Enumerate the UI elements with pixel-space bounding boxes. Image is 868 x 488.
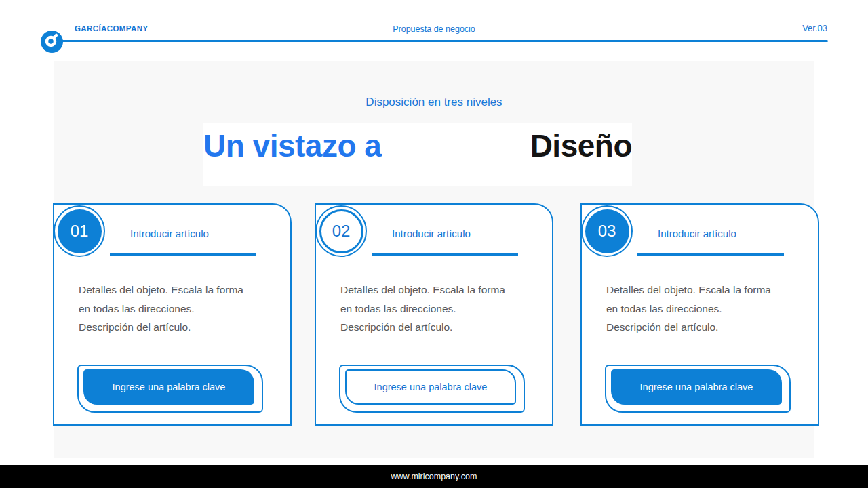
card-01-description: Detalles del objeto. Escala la forma en … xyxy=(79,281,282,337)
card-02-title: Introducir artículo xyxy=(392,228,471,239)
card-02-title-underline xyxy=(372,253,518,256)
card-02-number: 02 xyxy=(319,209,363,253)
card-03-description-line: Descripción del artículo. xyxy=(606,318,810,337)
header-divider-line xyxy=(60,40,828,42)
slide-title: Un vistazo a Diseño xyxy=(203,127,632,164)
card-03-number-badge: 03 xyxy=(581,205,633,257)
card-01-description-line: en todas las direcciones. xyxy=(79,300,282,319)
card-01-description-line: Detalles del objeto. Escala la forma xyxy=(79,281,282,300)
slide-title-primary: Un vistazo a xyxy=(203,127,381,164)
card-01-keyword-button-label: Ingrese una palabra clave xyxy=(83,369,254,405)
card-01-number: 01 xyxy=(58,209,102,253)
card-02-description-line: Descripción del artículo. xyxy=(340,318,544,337)
card-03-title-underline xyxy=(637,253,784,256)
card-03: 03 Introducir artículo Detalles del obje… xyxy=(580,203,819,426)
card-02-keyword-button-label: Ingrese una palabra clave xyxy=(345,369,516,405)
card-03-keyword-button[interactable]: Ingrese una palabra clave xyxy=(605,365,791,413)
card-02-description: Detalles del objeto. Escala la forma en … xyxy=(340,281,544,337)
document-type-label: Propuesta de negocio xyxy=(0,24,868,34)
card-01-number-badge: 01 xyxy=(54,205,105,257)
card-01-title: Introducir artículo xyxy=(130,228,209,239)
footer-bar: www.miricompany.com xyxy=(0,465,868,488)
card-02-description-line: en todas las direcciones. xyxy=(340,300,544,319)
slide-subtitle: Disposición en tres niveles xyxy=(0,96,868,109)
card-01-title-underline xyxy=(110,253,256,256)
card-01-description-line: Descripción del artículo. xyxy=(79,318,282,337)
card-02-description-line: Detalles del objeto. Escala la forma xyxy=(340,281,544,300)
card-01-keyword-button[interactable]: Ingrese una palabra clave xyxy=(77,365,263,413)
card-03-description-line: Detalles del objeto. Escala la forma xyxy=(606,281,810,300)
footer-url: www.miricompany.com xyxy=(391,472,477,481)
card-03-description-line: en todas las direcciones. xyxy=(606,300,810,319)
card-03-keyword-button-label: Ingrese una palabra clave xyxy=(611,369,782,405)
card-02-keyword-button[interactable]: Ingrese una palabra clave xyxy=(339,365,525,413)
slide-title-secondary: Diseño xyxy=(530,127,632,164)
card-02: 02 Introducir artículo Detalles del obje… xyxy=(315,203,553,426)
version-label: Ver.03 xyxy=(802,23,827,33)
slide: GARCÍACOMPANY Propuesta de negocio Ver.0… xyxy=(0,0,868,488)
card-01: 01 Introducir artículo Detalles del obje… xyxy=(53,203,292,426)
card-03-number: 03 xyxy=(585,209,629,253)
card-03-description: Detalles del objeto. Escala la forma en … xyxy=(606,281,810,337)
card-02-number-badge: 02 xyxy=(315,205,367,257)
card-03-title: Introducir artículo xyxy=(658,228,736,239)
